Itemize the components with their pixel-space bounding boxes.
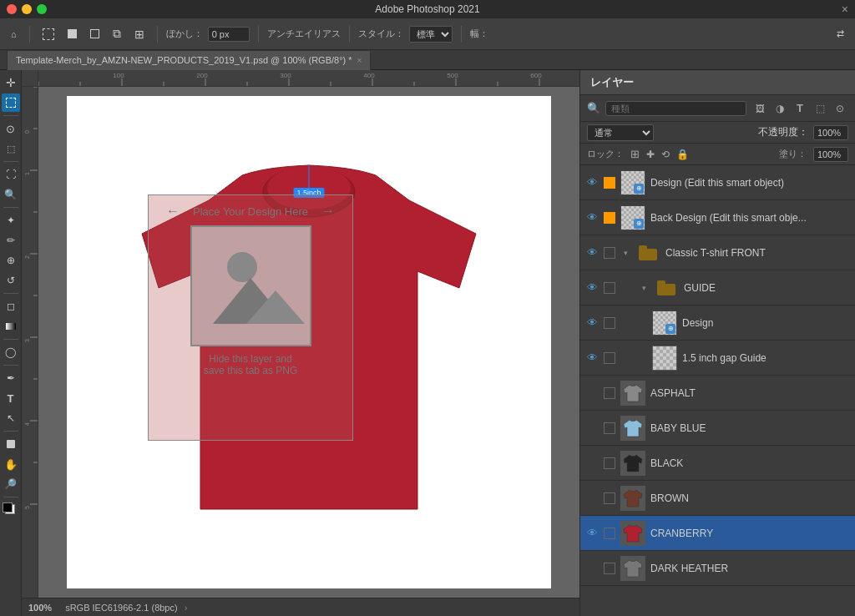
home-button[interactable]: ⌂ <box>7 27 21 42</box>
clone-tool[interactable]: ⊕ <box>2 251 20 270</box>
crop-tool[interactable]: ⛶ <box>2 165 20 184</box>
layer-checkbox-dark-heather[interactable] <box>604 563 615 574</box>
lasso-icon: ⊙ <box>6 123 15 135</box>
lock-position-button[interactable]: ✚ <box>646 149 655 160</box>
layer-item[interactable]: BABY BLUE <box>580 411 855 446</box>
filter-type-button[interactable]: T <box>792 100 808 117</box>
hand-tool[interactable]: ✋ <box>2 455 20 473</box>
pen-tool[interactable]: ✒ <box>2 369 20 387</box>
layer-item[interactable]: 👁⊕Design (Edit this smart object) <box>580 165 855 200</box>
image-placeholder <box>190 225 311 346</box>
marquee-tool[interactable] <box>2 93 20 112</box>
blur-input[interactable] <box>208 27 250 42</box>
layer-item[interactable]: BROWN <box>580 481 855 516</box>
layer-checkbox-back-design-smart[interactable] <box>604 212 615 224</box>
document-tab[interactable]: Template-Merch_by_AMZN-NEW_PRODUCTS_2019… <box>7 50 371 70</box>
visibility-eye-back-design-smart[interactable]: 👁 <box>585 211 599 225</box>
color-swatches[interactable] <box>3 502 19 518</box>
lock-artboards-button[interactable]: ⟲ <box>661 149 670 160</box>
zoom-tool[interactable]: 🔎 <box>2 475 20 493</box>
rect-button-4[interactable]: ⊞ <box>130 25 149 43</box>
gradient-tool[interactable] <box>2 317 20 336</box>
toolbar: ⌂ ⧉ ⊞ ぼかし： アンチエイリアス スタイル： 標準 幅： ⇄ <box>0 18 855 50</box>
layer-item[interactable]: 👁⊕Back Design (Edit this smart obje... <box>580 200 855 235</box>
layer-checkbox-design-smart[interactable] <box>604 177 615 189</box>
layer-checkbox-cranberry[interactable] <box>604 528 615 539</box>
minimize-button[interactable] <box>22 4 32 14</box>
visibility-eye-inch-guide[interactable]: 👁 <box>585 351 599 365</box>
layer-item[interactable]: 👁▾ Classic T-shirt FRONT <box>580 235 855 270</box>
close-button[interactable] <box>7 4 17 14</box>
lt-separator-4 <box>3 293 18 294</box>
layer-item[interactable]: ASPHALT <box>580 376 855 411</box>
caption-line1: Hide this layer and <box>149 353 352 365</box>
layer-checkbox-guide[interactable] <box>604 282 615 294</box>
move-icon: ✛ <box>6 76 16 89</box>
fill-input[interactable] <box>813 147 848 162</box>
visibility-eye-design-smart[interactable]: 👁 <box>585 176 599 189</box>
healing-tool[interactable]: ✦ <box>2 211 20 230</box>
visibility-eye-cranberry[interactable]: 👁 <box>585 527 599 540</box>
visibility-eye-guide[interactable]: 👁 <box>585 281 599 295</box>
move-tool[interactable]: ✛ <box>2 73 20 92</box>
layer-item[interactable]: DARK HEATHER <box>580 551 855 586</box>
opacity-input[interactable] <box>813 125 848 140</box>
layers-search-input[interactable] <box>605 101 746 116</box>
filter-smart-button[interactable]: ⊙ <box>832 100 848 117</box>
brush-tool[interactable]: ✏ <box>2 231 20 250</box>
type-tool[interactable]: T <box>2 389 20 407</box>
layer-item[interactable]: 👁⊕Design <box>580 305 855 341</box>
folder-icon-classic-tshirt-front <box>635 240 660 265</box>
visibility-eye-brown[interactable] <box>585 492 599 505</box>
expand-arrow-guide[interactable]: ▾ <box>639 283 649 293</box>
rect-button-2[interactable] <box>86 27 104 41</box>
layer-checkbox-brown[interactable] <box>604 492 615 504</box>
lt-separator-2 <box>3 161 18 162</box>
style-select[interactable]: 標準 <box>409 26 453 43</box>
window-close-icon[interactable]: × <box>842 3 848 16</box>
filter-shape-button[interactable]: ⬚ <box>812 100 828 117</box>
layer-checkbox-classic-tshirt-front[interactable] <box>604 247 615 259</box>
rect-button-3[interactable]: ⧉ <box>109 24 125 43</box>
shape-tool[interactable] <box>2 435 20 453</box>
rectangular-marquee-button[interactable] <box>38 26 58 43</box>
lock-pixels-button[interactable]: ⊞ <box>630 148 640 160</box>
visibility-eye-asphalt[interactable] <box>585 386 599 400</box>
object-select-tool[interactable]: ⬚ <box>2 139 20 158</box>
layer-item[interactable]: BLACK <box>580 446 855 481</box>
layer-item[interactable]: 👁▾ GUIDE <box>580 270 855 305</box>
layer-checkbox-black[interactable] <box>604 457 615 469</box>
dodge-tool[interactable]: ◯ <box>2 343 20 361</box>
visibility-eye-dark-heather[interactable] <box>585 562 599 575</box>
blend-mode-select[interactable]: 通常 <box>587 124 654 141</box>
hand-icon: ✋ <box>4 458 18 471</box>
foreground-color-swatch[interactable] <box>3 502 13 512</box>
expand-arrow-classic-tshirt-front[interactable]: ▾ <box>620 248 630 258</box>
eyedropper-tool[interactable]: 🔍 <box>2 185 20 204</box>
lasso-tool[interactable]: ⊙ <box>2 119 20 138</box>
tshirt-thumb-brown <box>620 486 645 511</box>
visibility-eye-black[interactable] <box>585 457 599 470</box>
layer-checkbox-asphalt[interactable] <box>604 387 615 399</box>
eraser-tool[interactable]: ◻ <box>2 297 20 316</box>
filter-adjust-button[interactable]: ◑ <box>772 100 788 117</box>
layer-item[interactable]: 👁1.5 inch gap Guide <box>580 341 855 376</box>
lock-label: ロック： <box>587 148 624 160</box>
visibility-eye-baby-blue[interactable] <box>585 422 599 435</box>
layer-checkbox-design[interactable] <box>604 317 615 329</box>
history-brush-tool[interactable]: ↺ <box>2 271 20 290</box>
filter-pixel-button[interactable]: 🖼 <box>751 100 768 117</box>
layer-checkbox-baby-blue[interactable] <box>604 422 615 434</box>
swap-button[interactable]: ⇄ <box>832 26 848 42</box>
lock-all-button[interactable]: 🔒 <box>676 149 689 160</box>
layer-item[interactable]: 👁 CRANBERRY <box>580 516 855 551</box>
visibility-eye-classic-tshirt-front[interactable]: 👁 <box>585 246 599 260</box>
right-arrow-icon: → <box>321 204 335 219</box>
layer-checkbox-inch-guide[interactable] <box>604 352 615 364</box>
path-select-tool[interactable]: ↖ <box>2 409 20 427</box>
tab-close-icon[interactable]: × <box>357 56 362 65</box>
fill-square-button[interactable] <box>63 27 81 41</box>
fill-square-icon <box>68 29 77 38</box>
maximize-button[interactable] <box>37 4 47 14</box>
visibility-eye-design[interactable]: 👁 <box>585 316 599 330</box>
